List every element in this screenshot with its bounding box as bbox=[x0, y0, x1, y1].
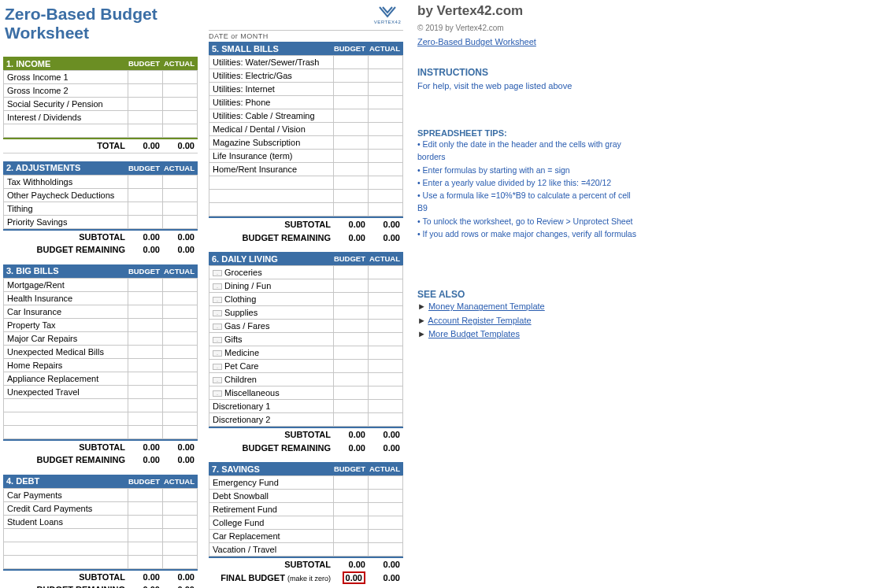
item-cell[interactable] bbox=[4, 124, 128, 138]
actual-cell[interactable] bbox=[163, 331, 198, 345]
item-cell[interactable]: Dining / Fun bbox=[209, 279, 334, 293]
actual-cell[interactable] bbox=[163, 528, 198, 542]
actual-cell[interactable] bbox=[163, 111, 198, 124]
budget-cell[interactable] bbox=[334, 163, 369, 176]
actual-cell[interactable] bbox=[369, 346, 403, 360]
budget-cell[interactable] bbox=[334, 109, 369, 123]
item-cell[interactable]: Discretionary 2 bbox=[209, 413, 334, 427]
item-cell[interactable]: Utilities: Phone bbox=[209, 96, 334, 109]
budget-cell[interactable] bbox=[128, 412, 163, 425]
item-cell[interactable]: Unexpected Medical Bills bbox=[4, 345, 128, 358]
item-cell[interactable]: Interest / Dividends bbox=[4, 111, 128, 124]
actual-cell[interactable] bbox=[369, 333, 403, 346]
budget-cell[interactable] bbox=[334, 123, 369, 136]
actual-cell[interactable] bbox=[369, 150, 403, 163]
item-cell[interactable]: Other Paycheck Deductions bbox=[4, 188, 128, 202]
actual-cell[interactable] bbox=[163, 501, 198, 515]
actual-cell[interactable] bbox=[369, 476, 403, 490]
item-cell[interactable] bbox=[4, 555, 128, 568]
item-cell[interactable]: Priority Savings bbox=[4, 215, 128, 228]
item-cell[interactable]: Gross Income 1 bbox=[4, 71, 128, 84]
actual-cell[interactable] bbox=[163, 358, 198, 372]
budget-cell[interactable] bbox=[128, 124, 163, 138]
item-cell[interactable]: Tithing bbox=[4, 202, 128, 215]
budget-cell[interactable] bbox=[128, 305, 163, 318]
item-cell[interactable]: Debt Snowball bbox=[209, 490, 334, 503]
worksheet-link[interactable]: Zero-Based Budget Worksheet bbox=[417, 37, 536, 46]
actual-cell[interactable] bbox=[369, 530, 403, 543]
budget-cell[interactable] bbox=[128, 515, 163, 528]
item-cell[interactable] bbox=[4, 412, 128, 425]
item-cell[interactable] bbox=[209, 176, 334, 190]
item-cell[interactable]: Home/Rent Insurance bbox=[209, 163, 334, 176]
budget-cell[interactable] bbox=[128, 398, 163, 412]
budget-cell[interactable] bbox=[128, 84, 163, 98]
budget-cell[interactable] bbox=[128, 188, 163, 202]
budget-cell[interactable] bbox=[128, 358, 163, 372]
item-cell[interactable]: Magazine Subscription bbox=[209, 136, 334, 150]
actual-cell[interactable] bbox=[369, 203, 403, 216]
budget-cell[interactable] bbox=[334, 320, 369, 333]
budget-cell[interactable] bbox=[334, 503, 369, 516]
budget-cell[interactable] bbox=[334, 136, 369, 150]
budget-cell[interactable] bbox=[334, 150, 369, 163]
item-cell[interactable]: Medicine bbox=[209, 346, 334, 360]
actual-cell[interactable] bbox=[163, 515, 198, 528]
budget-cell[interactable] bbox=[334, 413, 369, 427]
budget-cell[interactable] bbox=[128, 425, 163, 438]
budget-cell[interactable] bbox=[128, 175, 163, 188]
actual-cell[interactable] bbox=[369, 266, 403, 279]
budget-cell[interactable] bbox=[128, 488, 163, 501]
actual-cell[interactable] bbox=[163, 542, 198, 555]
budget-cell[interactable] bbox=[334, 56, 369, 69]
item-cell[interactable]: Medical / Dental / Vision bbox=[209, 123, 334, 136]
budget-cell[interactable] bbox=[128, 71, 163, 84]
actual-cell[interactable] bbox=[163, 175, 198, 188]
actual-cell[interactable] bbox=[163, 291, 198, 305]
item-cell[interactable]: Social Security / Pension bbox=[4, 98, 128, 111]
item-cell[interactable]: Appliance Replacement bbox=[4, 372, 128, 385]
item-cell[interactable] bbox=[4, 542, 128, 555]
actual-cell[interactable] bbox=[163, 278, 198, 291]
budget-cell[interactable] bbox=[334, 333, 369, 346]
actual-cell[interactable] bbox=[163, 84, 198, 98]
item-cell[interactable]: Car Replacement bbox=[209, 530, 334, 543]
budget-cell[interactable] bbox=[128, 331, 163, 345]
actual-cell[interactable] bbox=[369, 516, 403, 530]
budget-cell[interactable] bbox=[128, 111, 163, 124]
budget-cell[interactable] bbox=[334, 176, 369, 190]
item-cell[interactable]: Utilities: Cable / Streaming bbox=[209, 109, 334, 123]
budget-cell[interactable] bbox=[334, 266, 369, 279]
actual-cell[interactable] bbox=[163, 98, 198, 111]
actual-cell[interactable] bbox=[369, 306, 403, 320]
actual-cell[interactable] bbox=[369, 109, 403, 123]
actual-cell[interactable] bbox=[163, 305, 198, 318]
actual-cell[interactable] bbox=[163, 318, 198, 331]
item-cell[interactable]: Utilities: Internet bbox=[209, 83, 334, 96]
budget-cell[interactable] bbox=[128, 555, 163, 568]
actual-cell[interactable] bbox=[163, 215, 198, 228]
budget-cell[interactable] bbox=[334, 386, 369, 400]
actual-cell[interactable] bbox=[163, 488, 198, 501]
actual-cell[interactable] bbox=[369, 176, 403, 190]
item-cell[interactable]: Unexpected Travel bbox=[4, 385, 128, 398]
item-cell[interactable]: Health Insurance bbox=[4, 291, 128, 305]
budget-cell[interactable] bbox=[128, 318, 163, 331]
item-cell[interactable] bbox=[4, 398, 128, 412]
actual-cell[interactable] bbox=[369, 69, 403, 83]
budget-cell[interactable] bbox=[334, 69, 369, 83]
budget-cell[interactable] bbox=[334, 530, 369, 543]
actual-cell[interactable] bbox=[163, 188, 198, 202]
actual-cell[interactable] bbox=[369, 293, 403, 306]
actual-cell[interactable] bbox=[369, 400, 403, 413]
actual-cell[interactable] bbox=[369, 96, 403, 109]
budget-cell[interactable] bbox=[128, 291, 163, 305]
actual-cell[interactable] bbox=[369, 543, 403, 557]
actual-cell[interactable] bbox=[163, 202, 198, 215]
budget-cell[interactable] bbox=[334, 490, 369, 503]
item-cell[interactable]: Supplies bbox=[209, 306, 334, 320]
budget-cell[interactable] bbox=[128, 278, 163, 291]
item-cell[interactable] bbox=[4, 528, 128, 542]
budget-cell[interactable] bbox=[334, 190, 369, 203]
actual-cell[interactable] bbox=[369, 136, 403, 150]
